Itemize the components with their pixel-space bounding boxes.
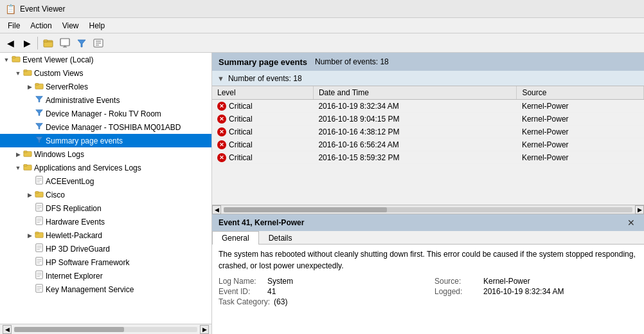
tree-chevron-app-services[interactable]: ▼ (13, 163, 23, 173)
svg-rect-27 (35, 192, 39, 194)
tree-item-admin-events[interactable]: Administrative Events (0, 93, 211, 107)
svg-rect-19 (24, 151, 27, 153)
tree-icon-cisco (35, 189, 44, 200)
left-scroll-right[interactable]: ▶ (200, 325, 209, 334)
field-label-4: Task Category: (219, 297, 270, 306)
detail-field-4: Task Category:(63) (219, 297, 422, 306)
table-row[interactable]: ✕Critical2016-10-16 6:56:24 AMKernel-Pow… (212, 138, 644, 151)
col-datetime[interactable]: Date and Time (313, 86, 517, 100)
tree-item-custom-views[interactable]: ▼Custom Views (0, 66, 211, 80)
menu-action[interactable]: Action (25, 20, 57, 32)
tree-item-windows-logs[interactable]: ▶Windows Logs (0, 147, 211, 161)
filter-icon: ▼ (217, 75, 224, 82)
toolbar-filter-button[interactable] (74, 35, 89, 51)
event-level-3: ✕Critical (212, 138, 313, 151)
menu-view[interactable]: View (57, 20, 84, 32)
event-datetime-1: 2016-10-18 9:04:15 PM (313, 113, 517, 125)
svg-marker-14 (36, 97, 43, 102)
critical-icon-4: ✕ (217, 153, 226, 162)
detail-field-3: Logged:2016-10-19 8:32:34 AM (434, 287, 638, 296)
tree-icon-custom-views (23, 68, 32, 79)
col-level[interactable]: Level (212, 86, 313, 100)
toolbar-forward-button[interactable]: ▶ (19, 35, 35, 51)
detail-panel: Event 41, Kernel-Power ✕ General Details… (212, 214, 644, 334)
left-scroll-left[interactable]: ◀ (3, 325, 12, 334)
toolbar-separator (37, 37, 38, 50)
left-hscroll-track[interactable] (14, 327, 197, 332)
tree-item-internet-explorer[interactable]: Internet Explorer (0, 269, 211, 283)
table-row[interactable]: ✕Critical2016-10-19 8:32:34 AMKernel-Pow… (212, 100, 644, 113)
tab-general[interactable]: General (212, 231, 259, 245)
table-hscroll-track[interactable] (224, 207, 632, 212)
tree-chevron-spacer-internet-explorer (24, 271, 35, 281)
detail-tabs: General Details (212, 231, 644, 245)
tree-item-ace-event-log[interactable]: ACEEventLog (0, 174, 211, 188)
tree-item-app-services[interactable]: ▼Applications and Services Logs (0, 161, 211, 174)
tree-chevron-spacer-summary-events (24, 136, 35, 146)
tree-item-hp-sw-framework[interactable]: HP Software Framework (0, 255, 211, 269)
tree-item-hp-3d-driveguard[interactable]: HP 3D DriveGuard (0, 242, 211, 255)
detail-description: The system has rebooted without cleanly … (219, 248, 638, 272)
tree-chevron-root[interactable]: ▼ (1, 55, 12, 65)
table-row[interactable]: ✕Critical2016-10-18 9:04:15 PMKernel-Pow… (212, 113, 644, 125)
menu-help[interactable]: Help (84, 20, 111, 32)
critical-icon-3: ✕ (217, 140, 226, 149)
toolbar-folder-button[interactable] (40, 35, 56, 51)
filter-text: Number of events: 18 (228, 74, 302, 83)
main-layout: ▼Event Viewer (Local)▼Custom Views▶Serve… (0, 53, 644, 334)
table-scroll-left[interactable]: ◀ (212, 205, 221, 214)
detail-field-1: Source:Kernel-Power (434, 277, 638, 286)
tree-item-key-mgmt-service[interactable]: Key Management Service (0, 283, 211, 296)
tree-item-root[interactable]: ▼Event Viewer (Local) (0, 53, 211, 66)
tree-item-hewlett-packard[interactable]: ▶Hewlett-Packard (0, 228, 211, 242)
tree-item-server-roles[interactable]: ▶ServerRoles (0, 80, 211, 93)
tree-label-windows-logs: Windows Logs (34, 150, 84, 159)
menu-file[interactable]: File (3, 20, 25, 32)
tree-chevron-cisco[interactable]: ▶ (24, 190, 35, 200)
tree-label-hp-sw-framework: HP Software Framework (46, 258, 129, 267)
critical-icon-1: ✕ (217, 115, 226, 124)
tree-label-summary-events: Summary page events (46, 136, 123, 145)
toolbar: ◀ ▶ (0, 33, 644, 53)
toolbar-back-button[interactable]: ◀ (3, 35, 18, 51)
tree-item-device-toshiba[interactable]: Device Manager - TOSHIBA MQ01ABD (0, 120, 211, 134)
left-panel-scrollbar[interactable]: ◀ ▶ (0, 324, 211, 334)
table-scroll-right[interactable]: ▶ (635, 205, 644, 214)
svg-rect-37 (35, 232, 39, 234)
tree-container: ▼Event Viewer (Local)▼Custom Views▶Serve… (0, 53, 211, 296)
tree-chevron-custom-views[interactable]: ▼ (13, 68, 23, 79)
svg-marker-16 (36, 124, 43, 129)
tree-icon-admin-events (35, 95, 44, 106)
events-table-container[interactable]: Level Date and Time Source ✕Critical2016… (212, 86, 644, 205)
svg-marker-17 (36, 137, 43, 143)
summary-header: Summary page events Number of events: 18 (212, 53, 644, 71)
toolbar-monitor-button[interactable] (57, 35, 73, 51)
event-source-3: Kernel-Power (517, 138, 644, 151)
tree-chevron-windows-logs[interactable]: ▶ (13, 149, 23, 160)
tree-chevron-server-roles[interactable]: ▶ (24, 82, 35, 92)
col-source[interactable]: Source (517, 86, 644, 100)
detail-field-0: Log Name:System (219, 277, 422, 286)
detail-close-button[interactable]: ✕ (625, 218, 638, 228)
tree-chevron-hewlett-packard[interactable]: ▶ (24, 230, 35, 241)
left-panel[interactable]: ▼Event Viewer (Local)▼Custom Views▶Serve… (0, 53, 211, 324)
table-hscroll[interactable]: ◀ ▶ (212, 205, 644, 214)
field-value-3: 2016-10-19 8:32:34 AM (483, 287, 564, 296)
filter-bar: ▼ Number of events: 18 (212, 71, 644, 86)
field-value-4: (63) (274, 297, 287, 306)
tree-icon-ace-event-log (35, 176, 44, 187)
tree-label-root: Event Viewer (Local) (22, 55, 94, 64)
tree-item-cisco[interactable]: ▶Cisco (0, 188, 211, 201)
tree-item-hardware-events[interactable]: Hardware Events (0, 215, 211, 228)
tree-item-device-roku[interactable]: Device Manager - Roku TV Room (0, 107, 211, 120)
toolbar-properties-button[interactable] (91, 35, 106, 51)
table-row[interactable]: ✕Critical2016-10-16 4:38:12 PMKernel-Pow… (212, 125, 644, 138)
tab-details[interactable]: Details (259, 231, 302, 245)
tree-chevron-spacer-admin-events (24, 95, 35, 106)
tree-item-summary-events[interactable]: Summary page events (0, 134, 211, 147)
event-level-0: ✕Critical (212, 100, 313, 113)
tree-item-dfs-replication[interactable]: DFS Replication (0, 201, 211, 215)
tree-icon-internet-explorer (35, 270, 44, 281)
field-label-0: Log Name: (219, 277, 264, 286)
table-row[interactable]: ✕Critical2016-10-15 8:59:32 PMKernel-Pow… (212, 151, 644, 164)
